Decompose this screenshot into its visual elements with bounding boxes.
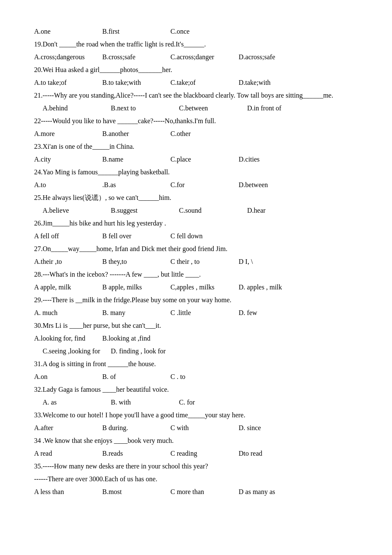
options-row: A fell offB fell overC fell down [34, 230, 358, 242]
option-item: D.across;safe [239, 51, 298, 63]
option-item: C fell down [170, 230, 230, 242]
option-item: A read [34, 448, 94, 460]
option-item: C their , to [170, 256, 230, 268]
option-item: A.after [34, 422, 94, 434]
option-item: C with [170, 422, 230, 434]
question-line: 33.Welcome to our hotel! I hope you'll h… [34, 409, 358, 421]
options-row: A readB.readsC readingDto read [34, 448, 358, 460]
option-item: D. since [239, 422, 298, 434]
option-item: D. few [239, 307, 298, 319]
option-item: Dto read [239, 448, 298, 460]
option-item: C.for [170, 179, 230, 191]
option-item: C. for [179, 396, 239, 408]
option-item: D.in front of [247, 102, 307, 114]
question-line: 20.Wei Hua asked a girl______photos_____… [34, 64, 358, 76]
option-item: C,apples , milks [170, 281, 230, 293]
option-item: A.to take;of [34, 77, 94, 89]
option-item: B.cross;safe [102, 51, 162, 63]
option-item: B.suggest [111, 205, 170, 217]
question-line: 19.Don't _____the road when the traffic … [34, 38, 358, 50]
options-row: A less thanB.mostC more thanD as many as [34, 486, 358, 498]
options-row-indent: A. asB. withC. for [34, 396, 358, 408]
option-item: .B.as [102, 179, 162, 191]
option-item: B.to take;with [102, 77, 162, 89]
option-item: B. many [102, 307, 162, 319]
question-line: ------There are over 3000.Each of us has… [34, 473, 358, 485]
question-line: 30.Mrs Li is ____her purse, but she can'… [34, 320, 358, 332]
option-item: B fell over [102, 230, 162, 242]
option-item: A.believe [43, 205, 102, 217]
options-row: A.to take;ofB.to take;withC.take;ofD.tak… [34, 77, 358, 89]
options-row: A.moreB.anotherC.other [34, 128, 358, 140]
option-item: B during. [102, 422, 162, 434]
option-item: C.once [170, 26, 230, 38]
option-item: D I, \ [239, 256, 298, 268]
option-item: A.one [34, 26, 94, 38]
options-row-indent: A.believeB.suggestC.soundD.hear [34, 205, 358, 217]
option-item: B.looking at ,find [102, 332, 162, 344]
question-line: 34 .We know that she enjoys ____book ver… [34, 435, 358, 447]
options-row-indent: A.behindB.next toC.betweenD.in front of [34, 102, 358, 114]
option-item: A.cross;dangerous [34, 51, 94, 63]
options-row: A.oneB.firstC.once [34, 26, 358, 38]
option-item: C.seeing ,looking for [43, 345, 102, 357]
option-item: C.across;danger [170, 51, 230, 63]
question-line: 31.A dog is sitting in front ______the h… [34, 358, 358, 370]
option-item: A.behind [43, 102, 102, 114]
option-item: B.first [102, 26, 162, 38]
option-item: C.take;of [170, 77, 230, 89]
options-row-indent: C.seeing ,looking forD. finding , look f… [34, 345, 358, 357]
question-line: 35.-----How many new desks are there in … [34, 460, 358, 472]
option-item: B. with [111, 396, 170, 408]
option-item: D.between [239, 179, 298, 191]
options-row: A.their ,toB they,toC their , toD I, \ [34, 256, 358, 268]
question-line: 28.---What's in the icebox? -------A few… [34, 269, 358, 280]
option-item: B.another [102, 128, 162, 140]
question-line: 26.Jim_____his bike and hurt his leg yes… [34, 217, 358, 229]
option-item: C.sound [179, 205, 239, 217]
option-item: B.reads [102, 448, 162, 460]
options-row: A.cross;dangerousB.cross;safeC.across;da… [34, 51, 358, 63]
option-item: C more than [170, 486, 230, 498]
option-item: C.between [179, 102, 239, 114]
options-row: A.looking for, findB.looking at ,find [34, 332, 358, 344]
option-item: B. of [102, 371, 162, 383]
option-item: B.most [102, 486, 162, 498]
question-line: 23.Xi'an is one of the_____in China. [34, 141, 358, 153]
option-item: D.cities [239, 153, 298, 165]
option-item: C .little [170, 307, 230, 319]
option-item: A apple, milk [34, 281, 94, 293]
options-row: A.to.B.asC.forD.between [34, 179, 358, 191]
options-row: A.onB. ofC . to [34, 371, 358, 383]
question-line: 27.On_____way_____home, Irfan and Dick m… [34, 243, 358, 255]
question-line: 22-----Would you like to have ______cake… [34, 115, 358, 127]
option-item: A.their ,to [34, 256, 94, 268]
option-item: C reading [170, 448, 230, 460]
option-item: B.next to [111, 102, 170, 114]
option-item: A less than [34, 486, 94, 498]
option-item: A fell off [34, 230, 94, 242]
option-item: A. much [34, 307, 94, 319]
option-item: A.looking for, find [34, 332, 94, 344]
option-item: C.other [170, 128, 230, 140]
question-line: 21.-----Why are you standing,Alice?-----… [34, 90, 358, 101]
option-item: D.hear [247, 205, 307, 217]
option-item: B they,to [102, 256, 162, 268]
question-line: 25.He always lies(说谎）, so we can't______… [34, 192, 358, 204]
option-item: D.take;with [239, 77, 298, 89]
question-line: 24.Yao Ming is famous______playing baske… [34, 166, 358, 178]
options-row: A apple, milkB apple, milksC,apples , mi… [34, 281, 358, 293]
option-item: A. as [43, 396, 102, 408]
option-item: B apple, milks [102, 281, 162, 293]
option-item: B.name [102, 153, 162, 165]
option-item: A.more [34, 128, 94, 140]
option-item: D. apples , milk [239, 281, 298, 293]
option-item: D. finding , look for [111, 345, 170, 357]
option-item: C . to [170, 371, 230, 383]
options-row: A. muchB. manyC .littleD. few [34, 307, 358, 319]
question-line: 32.Lady Gaga is famous ____her beautiful… [34, 384, 358, 396]
option-item: D as many as [239, 486, 298, 498]
option-item: A.on [34, 371, 94, 383]
option-item: C.place [170, 153, 230, 165]
options-row: A.afterB during.C withD. since [34, 422, 358, 434]
